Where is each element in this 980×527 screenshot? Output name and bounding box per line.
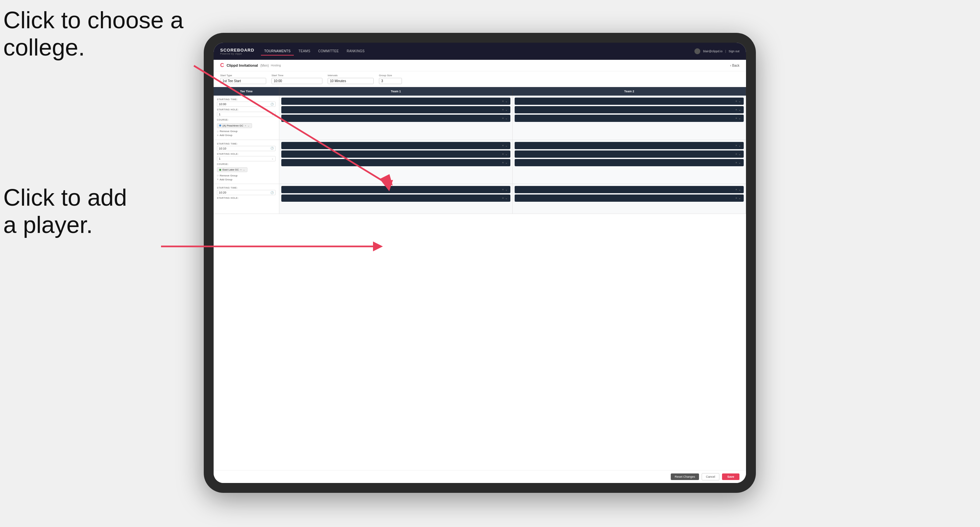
tournament-name: Clippd Invitational (Men) <box>227 63 269 67</box>
slot-arrow-3-1[interactable]: ⌄ <box>505 144 508 147</box>
intervals-select[interactable]: 10 Minutes <box>328 78 374 84</box>
add-group-2[interactable]: + Add Group <box>217 178 276 181</box>
slot-x-4-3[interactable]: × <box>735 161 737 164</box>
course-tag-2[interactable]: East Lake GC × ⌄ <box>217 167 247 172</box>
add-group-1[interactable]: + Add Group <box>217 134 276 137</box>
sign-out-link[interactable]: Sign out <box>729 49 740 53</box>
slot-x-5-2[interactable]: × <box>502 197 504 200</box>
course-name-1: (A) Peachtree GC <box>223 124 243 127</box>
player-slot-1-1[interactable]: × ⌄ <box>281 98 511 105</box>
slot-arrow-4-2[interactable]: ⌄ <box>738 152 741 156</box>
player-slot-5-2[interactable]: × ⌄ <box>281 195 511 202</box>
slot-x-3-2[interactable]: × <box>502 152 504 156</box>
slot-x-3-1[interactable]: × <box>502 144 504 147</box>
player-slot-4-1[interactable]: × ⌄ <box>515 142 744 149</box>
slot-x-5-1[interactable]: × <box>502 188 504 191</box>
course-arrow-1[interactable]: ⌄ <box>247 124 250 127</box>
starting-time-input-3[interactable]: 10:20 🕐 <box>217 190 276 195</box>
course-arrow-2[interactable]: ⌄ <box>243 168 245 171</box>
save-button[interactable]: Save <box>722 473 740 480</box>
slot-arrow-6-1[interactable]: ⌄ <box>738 188 741 191</box>
teams-side-3: × ⌄ × ⌄ <box>279 184 746 214</box>
course-tag-1[interactable]: (A) Peachtree GC × ⌄ <box>217 123 252 128</box>
start-type-select[interactable]: 1st Tee Start <box>220 78 266 84</box>
reset-button[interactable]: Reset Changes <box>671 473 699 480</box>
player-slot-4-3[interactable]: × ⌄ <box>515 159 744 166</box>
player-slot-2-1[interactable]: × ⌄ <box>515 98 744 105</box>
hole-select-2[interactable]: 1 ⌄ <box>217 156 276 161</box>
slot-arrow-6-2[interactable]: ⌄ <box>738 197 741 200</box>
team2-cell-1: × ⌄ × ⌄ <box>513 95 746 140</box>
back-button[interactable]: ‹ Back <box>730 64 740 67</box>
user-email: blair@clippd.io <box>703 49 722 53</box>
tablet-screen: SCOREBOARD Powered by clippd TOURNAMENTS… <box>214 43 746 483</box>
header-right: blair@clippd.io | Sign out <box>694 48 740 54</box>
logo-title: SCOREBOARD <box>220 48 255 52</box>
remove-group-2[interactable]: ○ Remove Group <box>217 174 276 177</box>
player-slot-2-3[interactable]: × ⌄ <box>515 115 744 122</box>
slot-x-4-1[interactable]: × <box>735 144 737 147</box>
slot-x-6-1[interactable]: × <box>735 188 737 191</box>
player-slot-1-3[interactable]: × ⌄ <box>281 115 511 122</box>
nav-teams[interactable]: TEAMS <box>295 47 313 56</box>
starting-time-label-1: STARTING TIME: <box>217 98 276 100</box>
slot-x-2-1[interactable]: × <box>735 100 737 103</box>
col-tee-time: Tee Time <box>214 87 279 95</box>
slot-x-1-2[interactable]: × <box>502 108 504 111</box>
player-slot-5-1[interactable]: × ⌄ <box>281 186 511 193</box>
slot-x-6-2[interactable]: × <box>735 197 737 200</box>
starting-time-input-2[interactable]: 10:10 🕐 <box>217 146 276 151</box>
slot-x-1-1[interactable]: × <box>502 100 504 103</box>
player-slot-1-2[interactable]: × ⌄ <box>281 106 511 113</box>
slot-arrow-1-1[interactable]: ⌄ <box>505 100 508 103</box>
slot-x-1-3[interactable]: × <box>502 117 504 120</box>
annotation-top: Click to choose a college. <box>3 6 183 61</box>
slot-arrow-3-3[interactable]: ⌄ <box>505 161 508 164</box>
slot-arrow-5-1[interactable]: ⌄ <box>505 188 508 191</box>
starting-time-input-1[interactable]: 10:00 🕐 <box>217 102 276 107</box>
hosting-badge: Hosting <box>271 64 281 67</box>
action-links-2: ○ Remove Group + Add Group <box>217 174 276 181</box>
action-links-1: ○ Remove Group + Add Group <box>217 130 276 137</box>
nav-committee[interactable]: COMMITTEE <box>315 47 342 56</box>
slot-arrow-2-2[interactable]: ⌄ <box>738 108 741 111</box>
slot-arrow-5-2[interactable]: ⌄ <box>505 197 508 200</box>
player-slot-3-1[interactable]: × ⌄ <box>281 142 511 149</box>
nav-rankings[interactable]: RANKINGS <box>344 47 368 56</box>
tee-side-1: STARTING TIME: 10:00 🕐 STARTING HOLE: 1 … <box>214 95 279 140</box>
course-remove-2[interactable]: × <box>240 168 242 171</box>
hole-select-1[interactable]: 1 ⌄ <box>217 112 276 117</box>
player-slot-4-2[interactable]: × ⌄ <box>515 151 744 158</box>
course-remove-1[interactable]: × <box>245 124 247 127</box>
slot-arrow-4-1[interactable]: ⌄ <box>738 144 741 147</box>
slot-x-2-2[interactable]: × <box>735 108 737 111</box>
slot-arrow-2-3[interactable]: ⌄ <box>738 117 741 120</box>
slot-arrow-3-2[interactable]: ⌄ <box>505 152 508 156</box>
nav-tournaments[interactable]: TOURNAMENTS <box>261 47 294 56</box>
starting-hole-label-3: STARTING HOLE: <box>217 197 276 199</box>
schedule-layout: Tee Time Team 1 Team 2 STARTING TIME: 10… <box>214 87 746 470</box>
start-time-input[interactable] <box>272 78 322 84</box>
remove-group-1[interactable]: ○ Remove Group <box>217 130 276 133</box>
group-size-select[interactable]: 3 <box>379 78 402 84</box>
teams-side-1: × ⌄ × ⌄ <box>279 95 746 140</box>
slot-arrow-4-3[interactable]: ⌄ <box>738 161 741 164</box>
player-slot-6-2[interactable]: × ⌄ <box>515 195 744 202</box>
teams-side-2: × ⌄ × ⌄ <box>279 140 746 184</box>
player-slot-3-3[interactable]: × ⌄ <box>281 159 511 166</box>
annotation-mid-line2: a player. <box>3 211 93 238</box>
tablet-frame: SCOREBOARD Powered by clippd TOURNAMENTS… <box>204 33 756 493</box>
slot-arrow-1-2[interactable]: ⌄ <box>505 108 508 111</box>
slot-x-3-3[interactable]: × <box>502 161 504 164</box>
tee-row-3: STARTING TIME: 10:20 🕐 STARTING HOLE: <box>214 184 746 214</box>
schedule-body: STARTING TIME: 10:00 🕐 STARTING HOLE: 1 … <box>214 95 746 470</box>
slot-arrow-1-3[interactable]: ⌄ <box>505 117 508 120</box>
slot-x-4-2[interactable]: × <box>735 152 737 156</box>
player-slot-2-2[interactable]: × ⌄ <box>515 106 744 113</box>
course-dot-1 <box>219 124 221 127</box>
player-slot-3-2[interactable]: × ⌄ <box>281 151 511 158</box>
player-slot-6-1[interactable]: × ⌄ <box>515 186 744 193</box>
slot-x-2-3[interactable]: × <box>735 117 737 120</box>
cancel-button[interactable]: Cancel <box>702 473 719 480</box>
slot-arrow-2-1[interactable]: ⌄ <box>738 100 741 103</box>
